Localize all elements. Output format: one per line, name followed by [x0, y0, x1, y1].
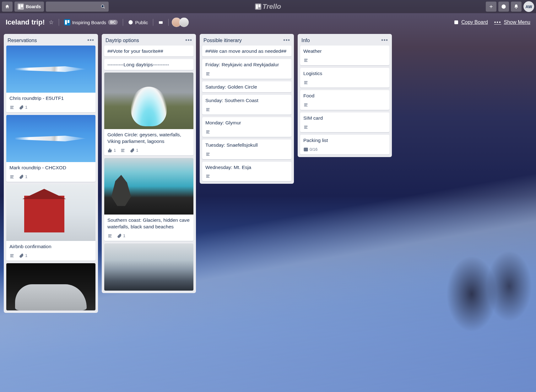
card[interactable]: Weather [300, 46, 389, 65]
card[interactable]: ----------Long daytrips---------- [104, 59, 193, 70]
list: Daytrip options ••• ##Vote for your favo… [102, 34, 196, 293]
card-badges [202, 172, 291, 181]
search-input[interactable] [46, 2, 109, 12]
card-title: Friday: Reykjavic and Reykjadalur [205, 62, 288, 68]
card[interactable]: ##We can move around as needed## [202, 46, 291, 57]
card-body: ##Vote for your favorite## [104, 46, 193, 57]
card-body: ----------Long daytrips---------- [104, 59, 193, 70]
list-header: Possible itinerary ••• [200, 34, 294, 46]
list-menu-button[interactable]: ••• [381, 37, 388, 44]
notifications-button[interactable] [511, 2, 522, 12]
card[interactable]: Monday: Glymur [202, 117, 291, 137]
card[interactable] [6, 263, 95, 310]
svg-rect-3 [159, 21, 163, 24]
description-icon [205, 71, 210, 76]
card[interactable]: Southern coast: Glaciers, hidden cave wa… [104, 158, 193, 241]
description-icon [303, 125, 308, 130]
card[interactable]: Tuesday: Snaefellsjokull [202, 139, 291, 159]
card-badges: 1 [6, 104, 95, 112]
board-title[interactable]: Iceland trip! [6, 18, 45, 26]
card-title: Chris roundtrip - E5UTF1 [9, 95, 92, 102]
search-icon [100, 4, 106, 9]
team-chip[interactable]: Inspiring Boards BC [64, 19, 118, 25]
home-button[interactable] [2, 2, 13, 12]
board-canvas[interactable]: Reservations ••• Chris roundtrip - E5UTF… [0, 31, 536, 392]
list-menu-button[interactable]: ••• [283, 37, 290, 44]
board-members[interactable] [174, 18, 189, 27]
checklist-badge: 0/16 [303, 147, 317, 152]
card-cover [104, 158, 193, 215]
card-title: SIM card [303, 115, 386, 122]
card[interactable]: ##Vote for your favorite## [104, 46, 193, 57]
butler-chip[interactable] [158, 20, 163, 25]
card-badges: 0/16 [300, 146, 389, 155]
card-title: Packing list [303, 137, 386, 144]
card-badges: 1 [6, 252, 95, 261]
description-badge [205, 107, 210, 112]
card-body: SIM card [300, 112, 389, 123]
description-icon [107, 233, 112, 238]
attachments-badge: 1 [19, 105, 27, 110]
list-title[interactable]: Reservations [8, 38, 37, 43]
description-badge [9, 174, 14, 179]
info-button[interactable] [498, 2, 509, 12]
description-badge [9, 253, 14, 258]
description-badge [9, 105, 14, 110]
card[interactable]: Wednesday: Mt. Esja [202, 162, 291, 182]
list-cards: WeatherLogisticsFoodSIM cardPacking list… [298, 46, 392, 157]
star-button[interactable]: ☆ [49, 19, 54, 26]
card-body: Weather [300, 46, 389, 57]
description-badge [205, 71, 210, 76]
attachments-badge: 1 [117, 233, 125, 238]
list-menu-button[interactable]: ••• [87, 37, 94, 44]
card-badges [202, 70, 291, 79]
card-body: Southern coast: Glaciers, hidden cave wa… [104, 215, 193, 232]
card[interactable]: Logistics [300, 68, 389, 88]
card-title: Monday: Glymur [205, 120, 288, 126]
card-badges: 1 [104, 232, 193, 241]
card-cover [6, 184, 95, 241]
description-badge [303, 58, 308, 63]
ellipsis-icon: ••• [494, 19, 501, 25]
card-badges [300, 79, 389, 88]
card[interactable]: Chris roundtrip - E5UTF11 [6, 46, 95, 112]
card[interactable]: Sunday: Southern Coast [202, 95, 291, 115]
drawer-icon [158, 20, 163, 25]
card[interactable]: Airbnb confirmation1 [6, 184, 95, 261]
boards-button[interactable]: Boards [14, 2, 44, 12]
description-badge [205, 174, 210, 179]
description-icon [205, 174, 210, 179]
card-title: Golden Circle: geysers, waterfalls, Viki… [107, 132, 190, 145]
list-title[interactable]: Info [301, 38, 310, 43]
create-button[interactable] [486, 2, 496, 12]
show-menu-link[interactable]: ••• Show Menu [494, 19, 530, 25]
description-badge [120, 148, 125, 153]
card[interactable] [104, 243, 193, 291]
card-body: Tuesday: Snaefellsjokull [202, 139, 291, 150]
description-icon [303, 58, 308, 63]
list-title[interactable]: Possible itinerary [203, 38, 242, 43]
description-badge [303, 80, 308, 85]
card[interactable]: SIM card [300, 112, 389, 132]
card[interactable]: Packing list0/16 [300, 135, 389, 155]
copy-board-link[interactable]: Copy Board [454, 19, 488, 25]
card-badges [300, 123, 389, 132]
list-header: Reservations ••• [4, 34, 98, 46]
card-badges [202, 150, 291, 159]
list-menu-button[interactable]: ••• [185, 37, 192, 44]
card-title: Southern coast: Glaciers, hidden cave wa… [107, 217, 190, 230]
card[interactable]: Golden Circle: geysers, waterfalls, Viki… [104, 73, 193, 155]
card-badges [202, 106, 291, 115]
description-icon [120, 148, 125, 153]
card[interactable]: Saturday: Golden Circle [202, 81, 291, 92]
card-badges [300, 57, 389, 65]
attachments-badge: 1 [130, 148, 138, 153]
card-body: Mark roundtrip - CHCXOD [6, 162, 95, 173]
list-title[interactable]: Daytrip options [106, 38, 139, 43]
user-avatar[interactable]: AW [523, 1, 534, 12]
card[interactable]: Food [300, 90, 389, 110]
bell-icon [514, 4, 519, 9]
card[interactable]: Friday: Reykjavic and Reykjadalur [202, 59, 291, 79]
visibility-chip[interactable]: Public [128, 20, 148, 25]
card[interactable]: Mark roundtrip - CHCXOD1 [6, 115, 95, 182]
